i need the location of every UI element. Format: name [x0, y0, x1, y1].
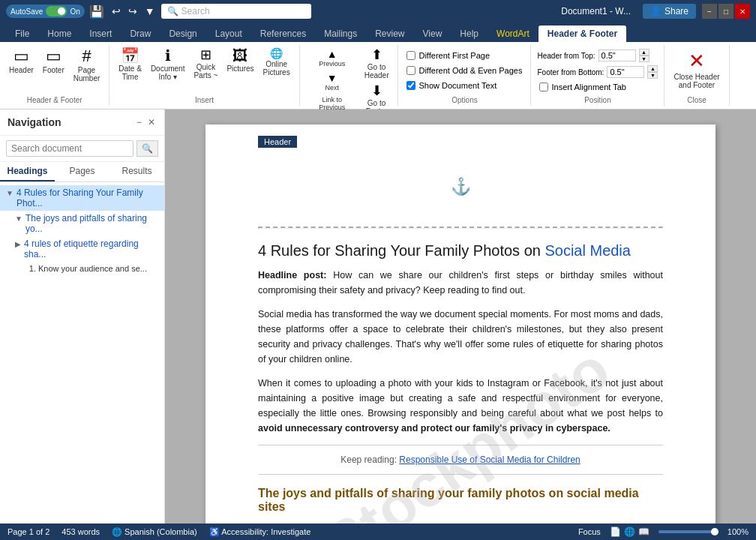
header-button[interactable]: ▭ Header [6, 46, 37, 76]
footer-button[interactable]: ▭ Footer [40, 46, 68, 76]
view-buttons: 📄 🌐 📖 [610, 526, 650, 537]
tab-help[interactable]: Help [451, 26, 488, 42]
document-page: iStockphoto Header ⚓ 4 Rules for Sharing… [206, 124, 716, 524]
web-view-button[interactable]: 🌐 [624, 526, 635, 537]
page-number-button[interactable]: # PageNumber [70, 46, 104, 84]
title-link[interactable]: Social Media [544, 242, 631, 259]
go-to-header-button[interactable]: ⬆ Go toHeader [362, 46, 392, 81]
ribbon-group-navigation: ▲ Previous ▼ Next Link to Previous ⬆ Go … [300, 45, 399, 106]
tab-view[interactable]: View [414, 26, 452, 42]
show-doc-text-option[interactable]: Show Document Text [404, 80, 499, 91]
nav-search: 🔍 [0, 136, 164, 162]
doc-info-button[interactable]: ℹ DocumentInfo ▾ [148, 46, 188, 82]
footer-from-bottom-input[interactable] [607, 66, 644, 78]
tab-insert[interactable]: Insert [80, 26, 121, 42]
date-time-button[interactable]: 📅 Date &Time [116, 46, 145, 82]
quick-parts-button[interactable]: ⊞ QuickParts ~ [190, 46, 220, 81]
online-pictures-button[interactable]: 🌐 OnlinePictures [260, 46, 293, 78]
share-button[interactable]: 👤 Share [643, 4, 696, 19]
ribbon-group-hf-label: Header & Footer [27, 94, 82, 104]
header-top-up[interactable]: ▲ [639, 49, 650, 56]
language[interactable]: 🌐 Spanish (Colombia) [112, 527, 197, 537]
doc-info-icon: ℹ [165, 48, 171, 63]
word-count: 453 words [62, 527, 100, 536]
tab-references[interactable]: References [251, 26, 315, 42]
close-hf-label: Close Headerand Footer [674, 73, 719, 89]
pictures-button[interactable]: 🖼 Pictures [224, 46, 256, 74]
document-area: iStockphoto Header ⚓ 4 Rules for Sharing… [165, 110, 756, 524]
zoom-level: 100% [728, 527, 748, 536]
diff-odd-even-label: Different Odd & Even Pages [418, 66, 522, 75]
ribbon-group-options: Different First Page Different Odd & Eve… [398, 45, 531, 106]
nav-tab-pages[interactable]: Pages [55, 162, 110, 182]
nav-item-heading3[interactable]: ▶ 4 rules of etiquette regarding sha... [0, 236, 164, 262]
insert-alignment-tab-label: Insert Alignment Tab [551, 82, 626, 92]
ribbon-options-items: Different First Page Different Odd & Eve… [404, 46, 524, 94]
redo-button[interactable]: ↪ [125, 5, 140, 17]
zoom-thumb [711, 528, 718, 536]
tab-wordart[interactable]: WordArt [488, 26, 538, 42]
undo-button[interactable]: ↩ [109, 5, 124, 17]
insert-alignment-tab-checkbox[interactable] [539, 82, 548, 92]
ribbon-group-insert: 📅 Date &Time ℹ DocumentInfo ▾ ⊞ QuickPar… [110, 45, 299, 106]
tab-review[interactable]: Review [366, 26, 413, 42]
insert-alignment-tab-option[interactable]: Insert Alignment Tab [537, 82, 628, 92]
previous-button[interactable]: ▲ Previous [306, 46, 358, 69]
autosave-toggle[interactable] [46, 6, 67, 16]
nav-header: Navigation − ✕ [0, 110, 164, 136]
nav-search-button[interactable]: 🔍 [136, 140, 158, 157]
tab-file[interactable]: File [6, 26, 38, 42]
diff-first-page-option[interactable]: Different First Page [404, 50, 492, 61]
go-to-header-icon: ⬆ [371, 48, 382, 62]
search-icon: 🔍 [167, 6, 178, 16]
nav-collapse-button[interactable]: − [135, 116, 143, 129]
quick-parts-icon: ⊞ [200, 48, 212, 62]
next-button[interactable]: ▼ Next [306, 70, 358, 93]
tab-design[interactable]: Design [160, 26, 206, 42]
nav-tab-headings[interactable]: Headings [0, 162, 55, 182]
share-label: Share [664, 6, 688, 16]
nav-items: ▼ 4 Rules for Sharing Your Family Phot..… [0, 182, 164, 524]
tab-mailings[interactable]: Mailings [315, 26, 366, 42]
nav-item-heading2[interactable]: ▼ The joys and pitfalls of sharing yo... [0, 211, 164, 236]
para3: Capturing and posting online the delight… [258, 521, 663, 524]
zoom-slider[interactable] [658, 530, 718, 533]
show-doc-text-checkbox[interactable] [406, 81, 416, 90]
nav-search-input[interactable] [6, 140, 134, 157]
ribbon-nav-items: ▲ Previous ▼ Next Link to Previous ⬆ Go … [306, 46, 392, 117]
accessibility-icon: ♿ [209, 527, 220, 536]
maximize-button[interactable]: □ [718, 4, 734, 19]
close-header-footer-button[interactable]: ✕ Close Headerand Footer [670, 46, 722, 92]
footer-bottom-down[interactable]: ▼ [647, 72, 658, 79]
page-count: Page 1 of 2 [8, 527, 50, 536]
close-button[interactable]: ✕ [735, 4, 750, 19]
ribbon-group-options-label: Options [452, 94, 477, 104]
nav-item-heading4[interactable]: 1. Know your audience and se... [0, 262, 164, 276]
next-label: Next [325, 84, 339, 92]
minimize-button[interactable]: − [702, 4, 717, 19]
tab-home[interactable]: Home [38, 26, 80, 42]
share-icon: 👤 [650, 6, 662, 16]
diff-odd-even-option[interactable]: Different Odd & Even Pages [404, 65, 524, 76]
autosave-knob [58, 8, 65, 15]
header-from-top-input[interactable] [598, 50, 636, 62]
tab-layout[interactable]: Layout [206, 26, 251, 42]
nav-item-heading1[interactable]: ▼ 4 Rules for Sharing Your Family Phot..… [0, 185, 164, 211]
nav-close-button[interactable]: ✕ [146, 116, 157, 129]
title-text: 4 Rules for Sharing Your Family Photos o… [258, 242, 544, 259]
read-view-button[interactable]: 📖 [638, 526, 650, 537]
diff-first-page-checkbox[interactable] [406, 51, 416, 60]
print-view-button[interactable]: 📄 [610, 526, 621, 537]
tab-draw[interactable]: Draw [121, 26, 160, 42]
para1: Social media has transformed the way we … [258, 307, 663, 367]
tab-header-footer[interactable]: Header & Footer [538, 26, 626, 42]
header-top-down[interactable]: ▼ [639, 56, 650, 62]
nav-tab-results[interactable]: Results [110, 162, 164, 182]
footer-bottom-up[interactable]: ▲ [647, 65, 658, 72]
save-icon[interactable]: 💾 [89, 4, 104, 19]
customize-btn[interactable]: ▼ [145, 5, 155, 17]
doc-info-label: DocumentInfo ▾ [151, 64, 185, 81]
keep-reading-link[interactable]: Responsible Use of Social Media for Chil… [399, 454, 580, 465]
diff-odd-even-checkbox[interactable] [406, 66, 416, 75]
diff-first-page-label: Different First Page [418, 51, 490, 60]
